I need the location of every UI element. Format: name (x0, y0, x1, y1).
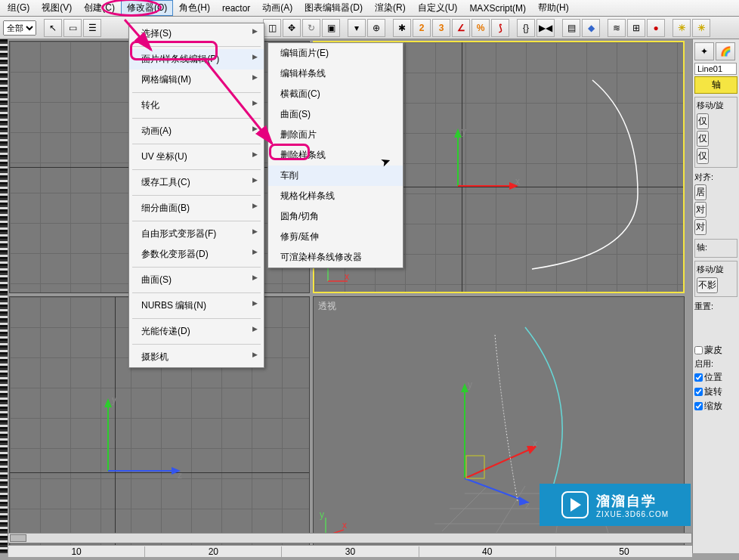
menu-item-nurbs[interactable]: NURBS 编辑(N) (129, 295, 264, 316)
menu-animation[interactable]: 动画(A) (256, 0, 298, 16)
svg-marker-28 (519, 497, 530, 506)
rotation-checkbox[interactable] (694, 388, 703, 396)
reference-coord-icon[interactable]: ▾ (348, 19, 366, 37)
menu-grapheditor[interactable]: 图表编辑器(D) (298, 0, 369, 16)
window-crossing-icon[interactable]: ◫ (263, 19, 281, 37)
submenu-edit-spline[interactable]: 编辑样条线 (268, 63, 403, 84)
align-icon[interactable]: ▤ (562, 19, 580, 37)
object-name-field[interactable]: Line01 (694, 63, 737, 75)
scale-checkbox[interactable] (694, 402, 703, 410)
select-rect-icon[interactable]: ▭ (63, 19, 82, 37)
menu-view[interactable]: 视图(V) (36, 0, 78, 16)
menu-item-ffd[interactable]: 自由形式变形器(F) (129, 224, 264, 244)
play-icon (561, 491, 589, 518)
left-gutter (0, 39, 8, 553)
quick-render-icon[interactable]: ☀ (692, 19, 710, 37)
select-name-icon[interactable]: ☰ (83, 19, 101, 37)
named-sel-icon[interactable]: {} (517, 19, 535, 37)
move-rotate-label-2: 移动/旋 (697, 264, 735, 275)
menu-item-camera[interactable]: 摄影机 (129, 347, 264, 367)
menu-item-mesh-edit[interactable]: 网格编辑(M) (129, 70, 264, 90)
skin-label: 蒙皮 (704, 344, 722, 357)
curve-editor-icon[interactable]: ≋ (608, 19, 626, 37)
snap-3d-icon[interactable]: 3 (432, 19, 450, 37)
menu-render[interactable]: 渲染(R) (369, 0, 412, 16)
menu-item-uv[interactable]: UV 坐标(U) (129, 147, 264, 167)
menu-item-patch-spline-edit[interactable]: 面片/样条线编辑(P) (129, 49, 264, 70)
no-affect-btn[interactable]: 不影 (697, 277, 718, 293)
menu-item-convert[interactable]: 转化 (129, 95, 264, 116)
angle-snap-icon[interactable]: ∠ (452, 19, 470, 37)
snap-2d-icon[interactable]: 2 (413, 19, 431, 37)
menu-item-cache[interactable]: 缓存工具(C) (129, 172, 264, 193)
submenu-trim-extend[interactable]: 修剪/延伸 (268, 227, 403, 247)
render-scene-icon[interactable]: ☀ (673, 19, 691, 37)
timeline-scrollbar[interactable] (8, 533, 692, 543)
axis-section-label: 轴: (697, 242, 735, 253)
position-checkbox[interactable] (694, 373, 703, 382)
select-tool-icon[interactable]: ↖ (44, 19, 62, 37)
align-label: 对齐: (694, 171, 737, 184)
menu-help[interactable]: 帮助(H) (532, 0, 575, 16)
viewport-container: y x z x y z (8, 39, 692, 553)
menu-modifiers[interactable]: 修改器(O) (121, 0, 173, 16)
only-affect-btn[interactable]: 仅 (697, 113, 709, 129)
main-toolbar: 全部 ↖ ▭ ☰ ◫ ✥ ↻ ▣ ▾ ⊕ ✱ 2 3 ∠ % ⟆ {} ▶◀ ▤… (0, 17, 739, 39)
submenu-fillet-chamfer[interactable]: 圆角/切角 (268, 206, 403, 227)
menu-item-param-deform[interactable]: 参数化变形器(D) (129, 244, 264, 265)
menu-group[interactable]: 组(G) (2, 0, 36, 16)
align-to-btn-2[interactable]: 对 (694, 219, 707, 235)
svg-line-25 (465, 448, 533, 478)
svg-rect-29 (466, 456, 484, 478)
only-affect-btn-2[interactable]: 仅 (697, 131, 709, 147)
schematic-icon[interactable]: ⊞ (627, 19, 645, 37)
menu-item-subdiv[interactable]: 细分曲面(B) (129, 198, 264, 218)
submenu-delete-patch[interactable]: 删除面片 (268, 125, 403, 145)
material-editor-icon[interactable]: ● (647, 19, 665, 37)
cmd-create-icon[interactable]: ✦ (694, 42, 714, 60)
scrollbar-thumb[interactable] (10, 534, 26, 542)
rotation-label: 旋转 (704, 385, 722, 398)
position-label: 位置 (704, 371, 722, 384)
menu-item-animation[interactable]: 动画(A) (129, 121, 264, 141)
ruler-tick: 10 (8, 546, 144, 557)
only-affect-btn-3[interactable]: 仅 (697, 148, 709, 164)
align-to-btn[interactable]: 对 (694, 202, 707, 218)
selection-filter[interactable]: 全部 (3, 20, 36, 36)
submenu-normalize-spline[interactable]: 规格化样条线 (268, 186, 403, 206)
submenu-renderable-spline[interactable]: 可渲染样条线修改器 (268, 247, 403, 268)
layers-icon[interactable]: ◆ (582, 19, 600, 37)
cmd-modify-icon[interactable]: 🌈 (716, 42, 735, 60)
submenu-cross-section[interactable]: 横截面(C) (268, 84, 403, 104)
move-tool-icon[interactable]: ✥ (283, 19, 301, 37)
mirror-icon[interactable]: ▶◀ (536, 19, 555, 37)
timeline-ruler: 10 20 30 40 50 (8, 545, 692, 557)
submenu-edit-patch[interactable]: 编辑面片(E) (268, 43, 403, 63)
menu-customize[interactable]: 自定义(U) (412, 0, 464, 16)
percent-snap-icon[interactable]: % (472, 19, 490, 37)
menu-item-surface[interactable]: 曲面(S) (129, 270, 264, 290)
select-manipulate-icon[interactable]: ✱ (393, 19, 411, 37)
align-center-btn[interactable]: 居 (694, 184, 707, 200)
svg-line-19 (442, 486, 487, 531)
modifiers-menu: 选择(S) 面片/样条线编辑(P) 网格编辑(M) 转化 动画(A) UV 坐标… (128, 23, 264, 368)
svg-text:z: z (525, 500, 530, 511)
submenu-surface[interactable]: 曲面(S) (268, 104, 403, 125)
scale-tool-icon[interactable]: ▣ (322, 19, 340, 37)
ruler-tick: 20 (144, 546, 281, 557)
ruler-tick: 50 (555, 546, 692, 557)
center-pivot-icon[interactable]: ⊕ (367, 19, 385, 37)
axis-button[interactable]: 轴 (694, 76, 737, 94)
menu-character[interactable]: 角色(H) (173, 0, 216, 16)
rotate-tool-icon[interactable]: ↻ (302, 19, 320, 37)
menu-reactor[interactable]: reactor (216, 2, 256, 15)
menu-item-radiosity[interactable]: 光能传递(D) (129, 321, 264, 342)
logo-text-en: ZIXUE.3D66.COM (596, 510, 669, 518)
svg-line-20 (495, 486, 525, 535)
spinner-snap-icon[interactable]: ⟆ (491, 19, 509, 37)
svg-text:y: y (320, 510, 324, 520)
menu-create[interactable]: 创建(C) (78, 0, 121, 16)
menu-item-selection[interactable]: 选择(S) (129, 23, 264, 44)
menu-maxscript[interactable]: MAXScript(M) (463, 2, 532, 15)
skin-checkbox[interactable] (694, 346, 703, 354)
